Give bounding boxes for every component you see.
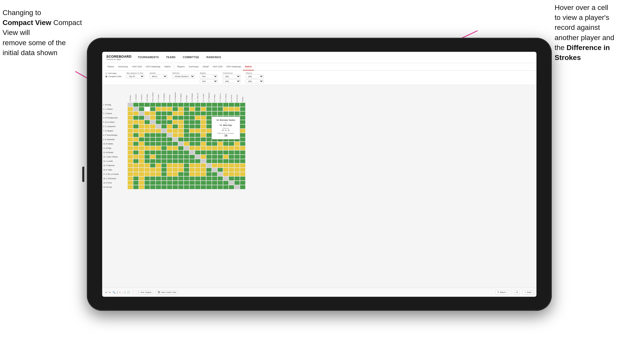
share-button[interactable]: ↗ Share [523, 290, 533, 294]
grid-cell-r8-c12[interactable] [189, 133, 195, 137]
grid-cell-r9-c8[interactable] [167, 137, 172, 142]
grid-cell-r3-c19[interactable] [229, 111, 234, 116]
grid-cell-r10-c3[interactable] [139, 142, 144, 146]
grid-cell-r14-c6[interactable] [156, 159, 161, 163]
grid-cell-r13-c20[interactable] [234, 155, 240, 159]
grid-cell-r10-c20[interactable] [234, 142, 240, 146]
grid-cell-r8-c3[interactable] [139, 133, 144, 137]
grid-cell-r11-c17[interactable] [217, 146, 223, 150]
conference-select[interactable]: (All) [223, 75, 241, 78]
grid-cell-r6-c5[interactable] [150, 124, 156, 129]
grid-cell-r15-c10[interactable] [178, 163, 184, 168]
grid-cell-r12-c6[interactable] [156, 150, 161, 155]
grid-cell-r14-c2[interactable] [133, 159, 139, 163]
grid-cell-r19-c9[interactable] [172, 181, 178, 185]
grid-cell-r1-c17[interactable] [217, 103, 223, 107]
grid-cell-r9-c11[interactable] [184, 137, 189, 142]
grid-cell-r2-c18[interactable] [223, 107, 229, 111]
grid-cell-r13-c16[interactable] [212, 155, 217, 159]
grid-cell-r16-c11[interactable] [184, 168, 189, 172]
grid-cell-r18-c7[interactable] [161, 176, 167, 181]
grid-cell-r18-c5[interactable] [150, 176, 156, 181]
grid-cell-r8-c5[interactable] [150, 133, 156, 137]
grid-cell-r9-c14[interactable] [201, 137, 206, 142]
grid-cell-r12-c14[interactable] [201, 150, 206, 155]
grid-cell-r11-c3[interactable] [139, 146, 144, 150]
grid-cell-r17-c8[interactable] [167, 172, 172, 176]
grid-cell-r5-c8[interactable] [167, 120, 172, 124]
grid-cell-r8-c2[interactable] [133, 133, 139, 137]
grid-cell-r13-c18[interactable] [223, 155, 229, 159]
compact-view-radio[interactable] [105, 76, 107, 78]
grid-cell-r1-c12[interactable] [189, 103, 195, 107]
grid-cell-r7-c12[interactable] [189, 129, 195, 133]
grid-cell-r10-c18[interactable] [223, 142, 229, 146]
grid-cell-r3-c10[interactable] [178, 111, 184, 116]
grid-cell-r20-c20[interactable] [234, 185, 240, 189]
grid-cell-r16-c20[interactable] [234, 168, 240, 172]
grid-cell-r20-c4[interactable] [144, 185, 150, 189]
redo-icon[interactable]: ↩ [109, 291, 111, 294]
grid-cell-r6-c4[interactable] [144, 124, 150, 129]
grid-cell-r17-c12[interactable] [189, 172, 195, 176]
grid-cell-r19-c14[interactable] [201, 181, 206, 185]
grid-cell-r3-c14[interactable] [201, 111, 206, 116]
grid-cell-r10-c11[interactable] [184, 142, 189, 146]
grid-cell-r10-c1[interactable] [127, 142, 133, 146]
grid-cell-r14-c5[interactable] [150, 159, 156, 163]
grid-cell-r8-c6[interactable] [156, 133, 161, 137]
grid-cell-r3-c20[interactable] [234, 111, 240, 116]
grid-cell-r17-c19[interactable] [229, 172, 234, 176]
grid-cell-r5-c7[interactable] [161, 120, 167, 124]
grid-cell-r14-c8[interactable] [167, 159, 172, 163]
grid-cell-r8-c13[interactable] [195, 133, 201, 137]
grid-cell-r18-c18[interactable] [223, 176, 229, 181]
grid-cell-r14-c17[interactable] [217, 159, 223, 163]
grid-cell-r19-c1[interactable] [127, 181, 133, 185]
grid-cell-r1-c13[interactable] [195, 103, 201, 107]
grid-cell-r14-c20[interactable] [234, 159, 240, 163]
nav-teams[interactable]: TEAMS [166, 55, 176, 59]
grid-cell-r4-c4[interactable] [144, 116, 150, 120]
max-players-select[interactable]: Top 25 [126, 75, 144, 78]
grid-cell-r5-c9[interactable] [172, 120, 178, 124]
grid-cell-r17-c4[interactable] [144, 172, 150, 176]
grid-cell-r10-c14[interactable] [201, 142, 206, 146]
grid-cell-r11-c13[interactable] [195, 146, 201, 150]
minus-icon[interactable]: - [122, 291, 123, 294]
grid-cell-r12-c19[interactable] [229, 150, 234, 155]
grid-cell-r7-c2[interactable] [133, 129, 139, 133]
grid-cell-r15-c21[interactable] [240, 163, 245, 168]
grid-cell-r3-c15[interactable] [206, 111, 212, 116]
grid-cell-r3-c2[interactable] [133, 111, 139, 116]
grid-cell-r14-c13[interactable] [195, 159, 201, 163]
grid-cell-r19-c21[interactable] [240, 181, 245, 185]
grid-cell-r14-c12[interactable] [189, 159, 195, 163]
grid-cell-r2-c3[interactable] [139, 107, 144, 111]
save-custom-button[interactable]: 💾 Save Custom View [156, 290, 178, 294]
grid-cell-r14-c10[interactable] [178, 159, 184, 163]
grid-cell-r18-c13[interactable] [195, 176, 201, 181]
grid-cell-r20-c1[interactable] [127, 185, 133, 189]
grid-cell-r2-c2[interactable] [133, 107, 139, 111]
grid-cell-r12-c21[interactable] [240, 150, 245, 155]
grid-cell-r20-c7[interactable] [161, 185, 167, 189]
grid-cell-r20-c8[interactable] [167, 185, 172, 189]
grid-cell-r7-c8[interactable] [167, 129, 172, 133]
grid-cell-r17-c17[interactable] [217, 172, 223, 176]
undo-icon[interactable]: ↩ [105, 291, 107, 294]
grid-cell-r13-c12[interactable] [189, 155, 195, 159]
grid-cell-r3-c16[interactable] [212, 111, 217, 116]
grid-cell-r18-c2[interactable] [133, 176, 139, 181]
grid-cell-r14-c9[interactable] [172, 159, 178, 163]
grid-cell-r17-c11[interactable] [184, 172, 189, 176]
grid-cell-r4-c1[interactable] [127, 116, 133, 120]
grid-cell-r12-c15[interactable] [206, 150, 212, 155]
grid-cell-r20-c16[interactable] [212, 185, 217, 189]
grid-cell-r19-c8[interactable] [167, 181, 172, 185]
grid-cell-r14-c3[interactable] [139, 159, 144, 163]
grid-cell-r7-c5[interactable] [150, 129, 156, 133]
grid-cell-r6-c14[interactable] [201, 124, 206, 129]
grid-cell-r15-c11[interactable] [184, 163, 189, 168]
grid-cell-r14-c1[interactable] [127, 159, 133, 163]
